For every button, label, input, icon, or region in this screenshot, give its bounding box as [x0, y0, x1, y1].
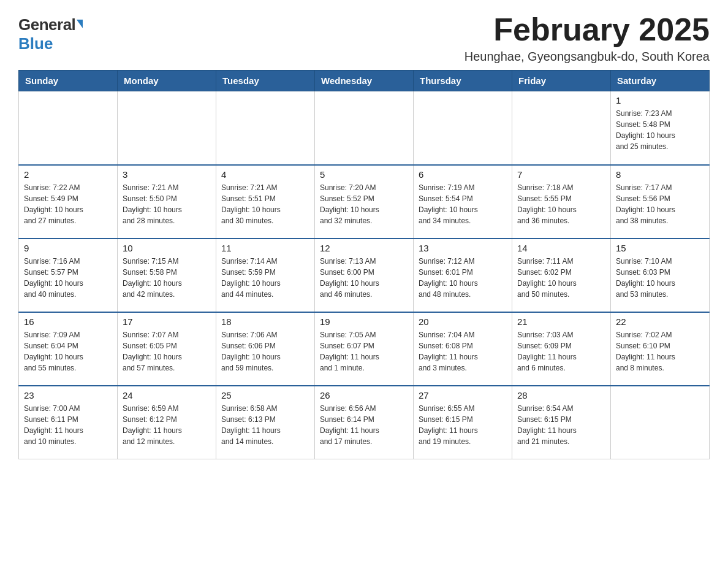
day-number: 6 — [419, 169, 507, 180]
table-row: 5Sunrise: 7:20 AMSunset: 5:52 PMDaylight… — [315, 165, 414, 239]
col-wednesday: Wednesday — [315, 71, 414, 91]
table-row: 4Sunrise: 7:21 AMSunset: 5:51 PMDaylight… — [216, 165, 315, 239]
table-row: 24Sunrise: 6:59 AMSunset: 6:12 PMDayligh… — [118, 386, 216, 459]
table-row: 11Sunrise: 7:14 AMSunset: 5:59 PMDayligh… — [216, 239, 315, 312]
table-row: 2Sunrise: 7:22 AMSunset: 5:49 PMDaylight… — [19, 165, 118, 239]
day-info: Sunrise: 7:05 AMSunset: 6:07 PMDaylight:… — [320, 329, 408, 373]
day-info: Sunrise: 6:56 AMSunset: 6:14 PMDaylight:… — [320, 403, 408, 447]
day-number: 3 — [123, 169, 211, 180]
table-row: 27Sunrise: 6:55 AMSunset: 6:15 PMDayligh… — [414, 386, 512, 459]
table-row: 1Sunrise: 7:23 AMSunset: 5:48 PMDaylight… — [611, 91, 710, 165]
day-info: Sunrise: 7:21 AMSunset: 5:51 PMDaylight:… — [221, 182, 309, 226]
day-info: Sunrise: 6:54 AMSunset: 6:15 PMDaylight:… — [517, 403, 605, 447]
table-row — [118, 91, 216, 165]
col-sunday: Sunday — [19, 71, 118, 91]
month-title: February 2025 — [464, 12, 710, 47]
table-row: 20Sunrise: 7:04 AMSunset: 6:08 PMDayligh… — [414, 312, 512, 386]
day-number: 12 — [320, 243, 408, 253]
day-number: 25 — [221, 390, 309, 400]
day-info: Sunrise: 6:55 AMSunset: 6:15 PMDaylight:… — [419, 403, 507, 447]
table-row: 25Sunrise: 6:58 AMSunset: 6:13 PMDayligh… — [216, 386, 315, 459]
day-number: 24 — [123, 390, 211, 400]
table-row: 17Sunrise: 7:07 AMSunset: 6:05 PMDayligh… — [118, 312, 216, 386]
day-info: Sunrise: 7:14 AMSunset: 5:59 PMDaylight:… — [221, 256, 309, 300]
day-number: 20 — [419, 316, 507, 327]
table-row — [414, 91, 512, 165]
day-number: 2 — [24, 169, 112, 180]
day-number: 14 — [517, 243, 605, 253]
page-header: General Blue February 2025 Heunghae, Gye… — [18, 12, 710, 64]
col-thursday: Thursday — [414, 71, 512, 91]
logo-general: General — [18, 15, 83, 34]
col-monday: Monday — [118, 71, 216, 91]
day-number: 9 — [24, 243, 112, 253]
day-number: 10 — [123, 243, 211, 253]
table-row: 6Sunrise: 7:19 AMSunset: 5:54 PMDaylight… — [414, 165, 512, 239]
day-info: Sunrise: 7:00 AMSunset: 6:11 PMDaylight:… — [24, 403, 112, 447]
day-info: Sunrise: 7:13 AMSunset: 6:00 PMDaylight:… — [320, 256, 408, 300]
calendar-table: Sunday Monday Tuesday Wednesday Thursday… — [18, 70, 710, 459]
day-info: Sunrise: 7:18 AMSunset: 5:55 PMDaylight:… — [517, 182, 605, 226]
day-info: Sunrise: 7:06 AMSunset: 6:06 PMDaylight:… — [221, 329, 309, 373]
calendar-header-row: Sunday Monday Tuesday Wednesday Thursday… — [19, 71, 710, 91]
table-row: 22Sunrise: 7:02 AMSunset: 6:10 PMDayligh… — [611, 312, 710, 386]
day-info: Sunrise: 7:22 AMSunset: 5:49 PMDaylight:… — [24, 182, 112, 226]
day-info: Sunrise: 7:12 AMSunset: 6:01 PMDaylight:… — [419, 256, 507, 300]
day-number: 17 — [123, 316, 211, 327]
table-row: 23Sunrise: 7:00 AMSunset: 6:11 PMDayligh… — [19, 386, 118, 459]
day-number: 8 — [616, 169, 704, 180]
logo-arrow-icon — [77, 20, 83, 28]
day-info: Sunrise: 7:11 AMSunset: 6:02 PMDaylight:… — [517, 256, 605, 300]
day-info: Sunrise: 7:04 AMSunset: 6:08 PMDaylight:… — [419, 329, 507, 373]
day-info: Sunrise: 7:10 AMSunset: 6:03 PMDaylight:… — [616, 256, 704, 300]
day-info: Sunrise: 7:20 AMSunset: 5:52 PMDaylight:… — [320, 182, 408, 226]
title-section: February 2025 Heunghae, Gyeongsangbuk-do… — [464, 12, 710, 64]
table-row: 3Sunrise: 7:21 AMSunset: 5:50 PMDaylight… — [118, 165, 216, 239]
table-row: 26Sunrise: 6:56 AMSunset: 6:14 PMDayligh… — [315, 386, 414, 459]
table-row: 19Sunrise: 7:05 AMSunset: 6:07 PMDayligh… — [315, 312, 414, 386]
table-row: 21Sunrise: 7:03 AMSunset: 6:09 PMDayligh… — [512, 312, 611, 386]
day-number: 26 — [320, 390, 408, 400]
col-friday: Friday — [512, 71, 611, 91]
table-row — [611, 386, 710, 459]
logo: General Blue — [18, 12, 83, 53]
col-saturday: Saturday — [611, 71, 710, 91]
day-number: 23 — [24, 390, 112, 400]
day-number: 11 — [221, 243, 309, 253]
logo-blue-text: Blue — [18, 34, 53, 53]
day-info: Sunrise: 6:59 AMSunset: 6:12 PMDaylight:… — [123, 403, 211, 447]
day-info: Sunrise: 7:02 AMSunset: 6:10 PMDaylight:… — [616, 329, 704, 373]
day-number: 28 — [517, 390, 605, 400]
day-info: Sunrise: 7:15 AMSunset: 5:58 PMDaylight:… — [123, 256, 211, 300]
day-info: Sunrise: 7:19 AMSunset: 5:54 PMDaylight:… — [419, 182, 507, 226]
day-number: 22 — [616, 316, 704, 327]
day-number: 15 — [616, 243, 704, 253]
day-number: 1 — [616, 95, 704, 105]
location-text: Heunghae, Gyeongsangbuk-do, South Korea — [464, 50, 710, 64]
table-row: 28Sunrise: 6:54 AMSunset: 6:15 PMDayligh… — [512, 386, 611, 459]
table-row — [315, 91, 414, 165]
table-row — [512, 91, 611, 165]
col-tuesday: Tuesday — [216, 71, 315, 91]
table-row: 18Sunrise: 7:06 AMSunset: 6:06 PMDayligh… — [216, 312, 315, 386]
table-row: 9Sunrise: 7:16 AMSunset: 5:57 PMDaylight… — [19, 239, 118, 312]
table-row — [216, 91, 315, 165]
table-row — [19, 91, 118, 165]
table-row: 13Sunrise: 7:12 AMSunset: 6:01 PMDayligh… — [414, 239, 512, 312]
table-row: 14Sunrise: 7:11 AMSunset: 6:02 PMDayligh… — [512, 239, 611, 312]
day-info: Sunrise: 7:21 AMSunset: 5:50 PMDaylight:… — [123, 182, 211, 226]
day-number: 21 — [517, 316, 605, 327]
day-number: 7 — [517, 169, 605, 180]
day-info: Sunrise: 6:58 AMSunset: 6:13 PMDaylight:… — [221, 403, 309, 447]
day-number: 13 — [419, 243, 507, 253]
table-row: 15Sunrise: 7:10 AMSunset: 6:03 PMDayligh… — [611, 239, 710, 312]
table-row: 7Sunrise: 7:18 AMSunset: 5:55 PMDaylight… — [512, 165, 611, 239]
table-row: 16Sunrise: 7:09 AMSunset: 6:04 PMDayligh… — [19, 312, 118, 386]
day-number: 5 — [320, 169, 408, 180]
day-info: Sunrise: 7:16 AMSunset: 5:57 PMDaylight:… — [24, 256, 112, 300]
day-number: 16 — [24, 316, 112, 327]
table-row: 10Sunrise: 7:15 AMSunset: 5:58 PMDayligh… — [118, 239, 216, 312]
day-info: Sunrise: 7:03 AMSunset: 6:09 PMDaylight:… — [517, 329, 605, 373]
day-number: 18 — [221, 316, 309, 327]
day-number: 4 — [221, 169, 309, 180]
